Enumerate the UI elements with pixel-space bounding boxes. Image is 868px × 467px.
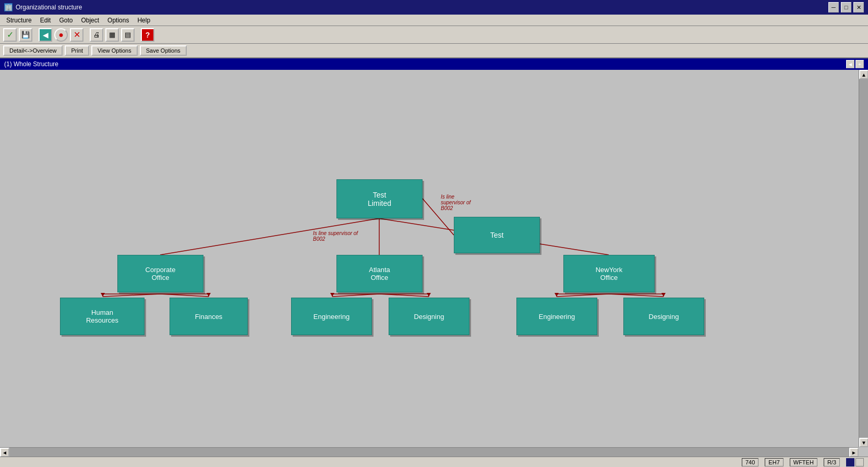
status-wfteh: WFTEH bbox=[790, 458, 817, 466]
svg-marker-20 bbox=[427, 293, 431, 297]
toolbar-back-btn[interactable]: ◀ bbox=[39, 28, 52, 42]
node-finances[interactable]: Finances bbox=[170, 298, 248, 335]
status-bar: 740 EH7 WFTEH R/3 bbox=[0, 457, 868, 467]
svg-line-9 bbox=[557, 294, 609, 297]
svg-line-4 bbox=[103, 294, 160, 297]
scroll-up-btn[interactable]: ▲ bbox=[859, 70, 868, 79]
svg-marker-14 bbox=[101, 293, 105, 297]
save-options-btn[interactable]: Save Options bbox=[140, 45, 187, 56]
node-corporate-office[interactable]: CorporateOffice bbox=[117, 255, 203, 292]
menu-goto[interactable]: Goto bbox=[55, 16, 77, 25]
toolbar-print-btn[interactable]: 🖨 bbox=[90, 28, 103, 42]
scroll-bottom-track[interactable] bbox=[9, 448, 849, 457]
menu-structure[interactable]: Structure bbox=[2, 16, 36, 25]
detail-overview-btn[interactable]: Detail<->Overview bbox=[3, 45, 63, 56]
svg-marker-19 bbox=[330, 293, 334, 297]
scrollbar-right[interactable]: ▲ ▼ bbox=[859, 70, 868, 447]
annotation-supervisor-2: Is line supervisor ofB002 bbox=[313, 230, 358, 242]
svg-line-6 bbox=[160, 294, 209, 297]
scroll-down-btn[interactable]: ▼ bbox=[859, 438, 868, 447]
toolbar-stop-btn[interactable]: ✕ bbox=[70, 28, 83, 42]
status-icon-1 bbox=[846, 458, 854, 466]
title-bar: 🏢 Organizational structure ─ □ ✕ bbox=[0, 0, 868, 15]
main-content: TestLimited Test CorporateOffice Atlanta… bbox=[0, 70, 868, 457]
node-designing-atlanta[interactable]: Designing bbox=[389, 298, 469, 335]
node-designing-newyork[interactable]: Designing bbox=[623, 298, 704, 335]
svg-line-10 bbox=[609, 294, 664, 297]
node-engineering-atlanta[interactable]: Engineering bbox=[291, 298, 372, 335]
panel-title-text: (1) Whole Structure bbox=[4, 60, 58, 68]
title-bar-left: 🏢 Organizational structure bbox=[4, 3, 82, 11]
node-test-limited[interactable]: TestLimited bbox=[336, 179, 423, 218]
toolbar: ✓ 💾 ◀ ● ✕ 🖨 ▦ ▤ ? bbox=[0, 26, 868, 44]
panel-shrink-btn[interactable]: ◄ bbox=[846, 60, 854, 68]
close-button[interactable]: ✕ bbox=[853, 2, 864, 13]
svg-marker-24 bbox=[554, 293, 559, 297]
svg-marker-15 bbox=[207, 293, 211, 297]
toolbar-layout-btn[interactable]: ▦ bbox=[105, 28, 119, 42]
toolbar-chart-btn[interactable]: ▤ bbox=[121, 28, 135, 42]
node-engineering-newyork[interactable]: Engineering bbox=[516, 298, 597, 335]
svg-line-8 bbox=[379, 294, 429, 297]
orgchart: TestLimited Test CorporateOffice Atlanta… bbox=[0, 70, 859, 447]
node-test[interactable]: Test bbox=[454, 217, 540, 253]
btn-bar: Detail<->Overview Print View Options Sav… bbox=[0, 44, 868, 58]
toolbar-record-btn[interactable]: ● bbox=[54, 28, 68, 42]
toolbar-save-btn[interactable]: 💾 bbox=[19, 28, 32, 42]
status-page: R/3 bbox=[824, 458, 840, 466]
toolbar-check-btn[interactable]: ✓ bbox=[3, 28, 17, 42]
status-coord: 740 bbox=[742, 458, 758, 466]
menu-edit[interactable]: Edit bbox=[36, 16, 55, 25]
node-atlanta-office[interactable]: AtlantaOffice bbox=[336, 255, 423, 292]
maximize-button[interactable]: □ bbox=[841, 2, 851, 13]
annotation-supervisor-1: Is linesupervisor ofB002 bbox=[441, 194, 471, 211]
window-title: Organizational structure bbox=[16, 4, 82, 11]
menu-bar: Structure Edit Goto Object Options Help bbox=[0, 15, 868, 26]
status-icon-2 bbox=[855, 458, 864, 466]
svg-marker-25 bbox=[661, 293, 666, 297]
app-icon: 🏢 bbox=[4, 3, 13, 11]
panel-title: (1) Whole Structure ◄ + bbox=[0, 58, 868, 70]
menu-options[interactable]: Options bbox=[103, 16, 133, 25]
menu-help[interactable]: Help bbox=[133, 16, 154, 25]
scroll-left-btn[interactable]: ◄ bbox=[0, 448, 9, 457]
minimize-button[interactable]: ─ bbox=[828, 2, 839, 13]
toolbar-help-btn[interactable]: ? bbox=[141, 28, 154, 42]
node-newyork-office[interactable]: NewYorkOffice bbox=[563, 255, 655, 292]
menu-object[interactable]: Object bbox=[77, 16, 103, 25]
scrollbar-bottom[interactable]: ◄ ► bbox=[0, 447, 859, 457]
view-options-btn[interactable]: View Options bbox=[91, 45, 138, 56]
node-human-resources[interactable]: HumanResources bbox=[60, 298, 144, 335]
svg-line-7 bbox=[332, 294, 379, 297]
print-btn[interactable]: Print bbox=[65, 45, 89, 56]
title-bar-controls: ─ □ ✕ bbox=[828, 2, 864, 13]
scroll-right-track[interactable] bbox=[859, 79, 868, 438]
panel-expand-btn[interactable]: + bbox=[855, 60, 864, 68]
scroll-right-btn[interactable]: ► bbox=[849, 448, 859, 457]
status-eh7: EH7 bbox=[765, 458, 783, 466]
